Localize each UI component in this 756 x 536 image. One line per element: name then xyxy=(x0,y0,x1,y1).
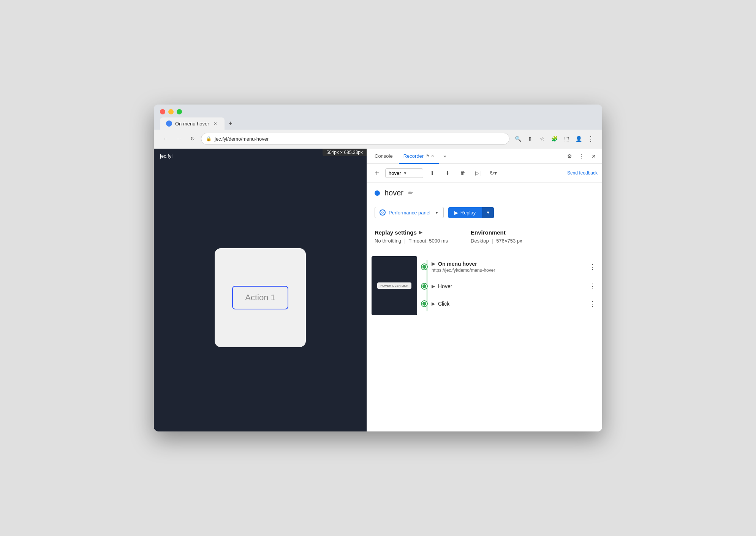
replay-button-group: ▶ Replay ▼ xyxy=(448,207,494,218)
profile-icon[interactable]: 👤 xyxy=(573,133,584,144)
replay-settings-section: Replay settings ▶ No throttling | Timeou… xyxy=(367,223,602,250)
step-arrow-icon-2[interactable]: ▶ xyxy=(432,284,435,289)
step-title-3[interactable]: ▶ Click xyxy=(432,301,583,307)
step-dot-2 xyxy=(422,284,427,289)
tab-console[interactable]: Console xyxy=(370,149,397,164)
thumbnail-inner: HOVER OVER LINK xyxy=(374,259,415,312)
tab-favicon xyxy=(166,121,172,127)
step-content-2: ▶ Hover xyxy=(432,283,583,289)
devtools-toolbar: Console Recorder ⚑ ✕ » ⚙ ⋮ ✕ xyxy=(367,149,602,164)
replay-dropdown-button[interactable]: ▼ xyxy=(482,207,494,218)
replay-play-icon: ▶ xyxy=(454,210,458,216)
tab-recorder[interactable]: Recorder ⚑ ✕ xyxy=(399,149,439,164)
recorder-content: hover ✏ ⟳ Performance panel ▼ ▶ Replay xyxy=(367,182,602,431)
step-title-2[interactable]: ▶ Hover xyxy=(432,283,583,289)
step-dot-1 xyxy=(422,264,427,270)
replay-options-button[interactable]: ↻▾ xyxy=(487,167,499,179)
environment-section: Environment Desktop | 576×753 px xyxy=(471,229,522,244)
action-button[interactable]: Action 1 xyxy=(232,286,288,309)
edit-recording-name-icon[interactable]: ✏ xyxy=(408,189,413,197)
upload-button[interactable]: ⬆ xyxy=(426,167,438,179)
refresh-button[interactable]: ↻ xyxy=(187,133,198,144)
more-options-icon[interactable]: ⋮ xyxy=(576,151,587,162)
step-arrow-icon-3[interactable]: ▶ xyxy=(432,301,435,306)
resolution-label: 576×753 px xyxy=(496,238,522,244)
address-bar[interactable]: 🔒 jec.fyi/demo/menu-hover xyxy=(201,133,509,145)
throttling-label: No throttling xyxy=(375,238,401,244)
bookmark-icon[interactable]: ☆ xyxy=(537,133,547,144)
send-feedback-button[interactable]: Send feedback xyxy=(567,170,598,176)
search-icon[interactable]: 🔍 xyxy=(512,133,523,144)
replay-button[interactable]: ▶ Replay xyxy=(448,207,482,218)
browser-window: On menu hover ✕ + ← → ↻ 🔒 jec.fyi/demo/m… xyxy=(154,105,602,431)
delete-button[interactable]: 🗑 xyxy=(457,167,469,179)
maximize-traffic-light[interactable] xyxy=(177,109,182,114)
perf-dropdown-arrow-icon: ▼ xyxy=(435,211,439,215)
omnibox-row: ← → ↻ 🔒 jec.fyi/demo/menu-hover 🔍 ⬆ ☆ 🧩 … xyxy=(154,130,602,149)
recorder-toolbar: + hover ▼ ⬆ ⬇ 🗑 ▷| ↻▾ Send feedback xyxy=(367,164,602,182)
step-item-hover: ▶ Hover ⋮ xyxy=(422,278,598,295)
step-content-3: ▶ Click xyxy=(432,301,583,307)
steps-section: HOVER OVER LINK ▶ On menu hove xyxy=(367,250,602,321)
recording-status-dot xyxy=(375,190,380,196)
settings-icon[interactable]: ⚙ xyxy=(564,151,575,162)
performance-panel-icon: ⟳ xyxy=(380,209,386,216)
active-tab[interactable]: On menu hover ✕ xyxy=(160,117,225,130)
omnibox-actions: 🔍 ⬆ ☆ 🧩 ⬚ 👤 ⋮ xyxy=(512,133,596,144)
action-buttons-row: ⟳ Performance panel ▼ ▶ Replay ▼ xyxy=(367,202,602,223)
content-area: 504px × 685.33px jec.fyi Action 1 Consol… xyxy=(154,149,602,431)
download-button[interactable]: ⬇ xyxy=(441,167,454,179)
forward-button[interactable]: → xyxy=(174,133,184,144)
recording-name: hover xyxy=(384,189,403,197)
env-divider: | xyxy=(492,238,493,244)
replay-settings-title[interactable]: Replay settings ▶ xyxy=(375,229,448,236)
step-item-on-menu-hover: ▶ On menu hover https://jec.fyi/demo/men… xyxy=(422,256,598,278)
tabs-row: On menu hover ✕ + xyxy=(160,117,596,130)
step-more-button-3[interactable]: ⋮ xyxy=(588,300,598,308)
step-button[interactable]: ▷| xyxy=(472,167,484,179)
traffic-lights xyxy=(160,109,596,114)
step-dot-3 xyxy=(422,301,427,306)
recording-dropdown[interactable]: hover ▼ xyxy=(385,168,423,178)
thumbnail-label: HOVER OVER LINK xyxy=(377,282,411,289)
step-more-button-1[interactable]: ⋮ xyxy=(588,263,598,271)
dropdown-value: hover xyxy=(389,170,401,176)
dropdown-arrow-icon: ▼ xyxy=(403,171,407,175)
devtools-close-button[interactable]: ✕ xyxy=(588,151,599,162)
more-tabs-button[interactable]: » xyxy=(440,153,449,159)
timeout-label: Timeout: 5000 ms xyxy=(408,238,448,244)
close-traffic-light[interactable] xyxy=(160,109,165,114)
replay-settings-subtitle: No throttling | Timeout: 5000 ms xyxy=(375,238,448,244)
step-arrow-icon-1[interactable]: ▶ xyxy=(432,261,435,266)
tab-title: On menu hover xyxy=(175,121,209,127)
devtools-icon[interactable]: ⬚ xyxy=(561,133,572,144)
share-icon[interactable]: ⬆ xyxy=(525,133,535,144)
minimize-traffic-light[interactable] xyxy=(168,109,174,114)
lock-icon: 🔒 xyxy=(206,136,212,141)
settings-divider: | xyxy=(404,238,405,244)
add-recording-button[interactable]: + xyxy=(372,168,382,178)
back-button[interactable]: ← xyxy=(160,133,171,144)
step-thumbnail: HOVER OVER LINK xyxy=(372,256,417,315)
performance-panel-button[interactable]: ⟳ Performance panel ▼ xyxy=(375,207,444,218)
step-more-button-2[interactable]: ⋮ xyxy=(588,282,598,290)
tab-close-button[interactable]: ✕ xyxy=(212,121,218,127)
extension-icon[interactable]: 🧩 xyxy=(549,133,560,144)
chrome-titlebar: On menu hover ✕ + xyxy=(154,105,602,130)
url-text: jec.fyi/demo/menu-hover xyxy=(215,136,269,142)
action-card: Action 1 xyxy=(215,248,306,347)
new-tab-button[interactable]: + xyxy=(225,118,236,129)
step-item-click: ▶ Click ⋮ xyxy=(422,295,598,312)
devtools-panel: Console Recorder ⚑ ✕ » ⚙ ⋮ ✕ + xyxy=(367,149,602,431)
step-url-1: https://jec.fyi/demo/menu-hover xyxy=(432,268,583,273)
step-title-1[interactable]: ▶ On menu hover xyxy=(432,261,583,267)
step-content-1: ▶ On menu hover https://jec.fyi/demo/men… xyxy=(432,261,583,273)
steps-list: ▶ On menu hover https://jec.fyi/demo/men… xyxy=(422,256,598,315)
website-title: jec.fyi xyxy=(160,153,172,159)
website-preview: 504px × 685.33px jec.fyi Action 1 xyxy=(154,149,367,431)
device-label: Desktop xyxy=(471,238,489,244)
environment-title: Environment xyxy=(471,229,522,236)
replay-settings-left: Replay settings ▶ No throttling | Timeou… xyxy=(375,229,448,244)
chrome-menu-button[interactable]: ⋮ xyxy=(585,133,596,144)
recorder-tab-close[interactable]: ⚑ ✕ xyxy=(426,154,434,159)
